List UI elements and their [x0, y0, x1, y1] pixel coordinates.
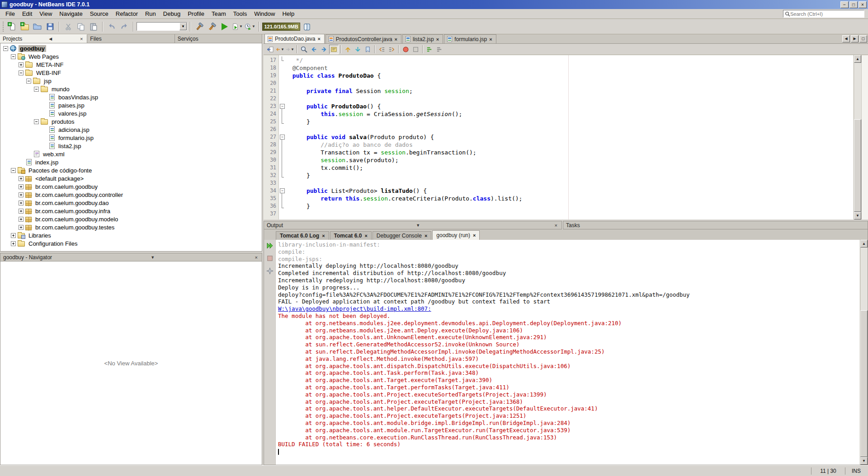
previous-bookmark-button[interactable] [343, 45, 353, 54]
tree-item-br-com-caelum-goodbuy-infra[interactable]: br.com.caelum.goodbuy.infra [0, 207, 262, 215]
tab-files[interactable]: Files [87, 34, 175, 43]
last-edit-location-button[interactable] [265, 45, 275, 54]
tree-item-valores-jsp[interactable]: valores.jsp [0, 109, 262, 117]
memory-indicator[interactable]: 121.0/165.9MB [262, 23, 300, 31]
toggle-highlight-button[interactable] [329, 45, 339, 54]
expand-icon[interactable] [19, 62, 24, 67]
menu-run[interactable]: Run [142, 9, 160, 18]
tree-item-web-inf[interactable]: WEB-INF [0, 69, 262, 77]
menu-view[interactable]: View [36, 9, 56, 18]
build-project-button[interactable] [193, 21, 205, 33]
collapse-icon[interactable] [3, 46, 8, 51]
save-all-button[interactable] [44, 21, 56, 33]
menu-source[interactable]: Source [86, 9, 112, 18]
dropdown-arrow-icon[interactable]: ▼ [252, 24, 255, 28]
maximize-editor-button[interactable]: ▢ [859, 35, 867, 42]
close-tab-icon[interactable]: × [425, 233, 427, 238]
toggle-bookmark-button[interactable] [363, 45, 373, 54]
expand-icon[interactable] [19, 192, 24, 197]
editor-tab-produtoscontroller-java[interactable]: ProdutosController.java× [326, 34, 401, 43]
output-tab-debugger-console[interactable]: Debugger Console× [373, 231, 432, 240]
scroll-up-icon[interactable]: ▲ [854, 55, 861, 63]
expand-icon[interactable] [19, 201, 24, 205]
output-header[interactable]: Output ▼ × [264, 221, 562, 229]
tree-item-default-package[interactable]: <default package> [0, 174, 262, 182]
menu-tools[interactable]: Tools [230, 9, 250, 18]
dropdown-arrow-icon[interactable]: ▼ [239, 24, 243, 28]
tree-item-lista2-jsp[interactable]: lista2.jsp [0, 142, 262, 150]
next-bookmark-button[interactable] [353, 45, 363, 54]
minimize-window-icon[interactable]: ▼ [415, 223, 421, 228]
tree-item-mundo[interactable]: mundo [0, 85, 262, 93]
output-link-line[interactable]: W:\java\goodbuy\nbproject\build-impl.xml… [278, 305, 860, 313]
shift-left-button[interactable] [377, 45, 387, 54]
tree-item-br-com-caelum-goodbuy[interactable]: br.com.caelum.goodbuy [0, 182, 262, 191]
tree-item-jsp[interactable]: jsp [0, 77, 262, 85]
output-vertical-scrollbar[interactable]: ▲ ▼ [860, 240, 868, 465]
fold-start-icon[interactable] [279, 187, 285, 195]
configuration-combobox[interactable]: ▼ [137, 22, 187, 31]
close-tab-icon[interactable]: × [436, 37, 439, 42]
scrollbar-track[interactable] [860, 247, 868, 457]
back-button[interactable]: ▼ [275, 45, 285, 54]
editor-tab-lista2-jsp[interactable]: lista2.jsp× [402, 34, 443, 43]
tree-item-web-pages[interactable]: Web Pages [0, 52, 262, 61]
expand-icon[interactable] [19, 217, 24, 222]
stop-build-button[interactable] [266, 254, 274, 262]
uncomment-button[interactable] [435, 45, 444, 54]
tree-item-index-jsp[interactable]: index.jsp [0, 158, 262, 166]
comment-button[interactable] [425, 45, 434, 54]
tree-item-adiciona-jsp[interactable]: adiciona.jsp [0, 126, 262, 134]
tree-item-meta-inf[interactable]: META-INF [0, 61, 262, 69]
ant-settings-button[interactable] [266, 267, 274, 275]
menu-team[interactable]: Team [208, 9, 230, 18]
find-next-button[interactable] [319, 45, 329, 54]
expand-icon[interactable] [19, 176, 24, 181]
undo-button[interactable] [106, 21, 118, 33]
expand-icon[interactable] [19, 209, 24, 214]
menu-navigate[interactable]: Navigate [56, 9, 86, 18]
expand-icon[interactable] [19, 184, 24, 189]
fold-start-icon[interactable] [279, 103, 285, 110]
maximize-button[interactable]: □ [849, 1, 858, 8]
scroll-up-icon[interactable]: ▲ [860, 240, 868, 247]
forward-button[interactable]: ▼ [285, 45, 295, 54]
tree-item-paises-jsp[interactable]: paises.jsp [0, 101, 262, 109]
output-tab-goodbuy-run[interactable]: goodbuy (run)× [432, 230, 480, 240]
start-macro-recording-button[interactable] [401, 45, 410, 54]
expand-icon[interactable] [11, 233, 16, 238]
menu-help[interactable]: Help [278, 9, 298, 18]
menu-window[interactable]: Window [250, 9, 278, 18]
rerun-button[interactable] [266, 242, 274, 250]
shift-right-button[interactable] [387, 45, 396, 54]
tab-projects[interactable]: Projects◀× [0, 34, 87, 43]
find-previous-button[interactable] [309, 45, 319, 54]
output-tab-tomcat-6-0[interactable]: Tomcat 6.0× [330, 231, 372, 240]
projects-tree[interactable]: goodbuyWeb PagesMETA-INFWEB-INFjspmundob… [0, 43, 262, 252]
close-tab-icon[interactable]: × [489, 37, 492, 42]
close-window-icon[interactable]: × [79, 36, 84, 42]
menu-refactor[interactable]: Refactor [112, 9, 142, 18]
search-box[interactable] [783, 10, 864, 18]
close-button[interactable]: × [859, 1, 867, 8]
collapse-icon[interactable] [34, 87, 39, 92]
error-stripe[interactable] [861, 55, 868, 219]
new-file-button[interactable]: + [6, 21, 18, 33]
navigator-header[interactable]: goodbuy - Navigator ▼ × [0, 253, 262, 261]
copy-button[interactable] [75, 21, 87, 33]
run-project-button[interactable] [219, 21, 231, 33]
tree-item-libraries[interactable]: Libraries [0, 231, 262, 239]
menu-edit[interactable]: Edit [19, 9, 36, 18]
scrollbar-thumb[interactable] [854, 119, 861, 212]
collapse-icon[interactable] [11, 54, 16, 59]
clean-build-project-button[interactable] [206, 21, 218, 33]
output-tab-tomcat-6-0-log[interactable]: Tomcat 6.0 Log× [276, 231, 329, 240]
editor-vertical-scrollbar[interactable]: ▲ ▼ [854, 55, 861, 219]
code-editor[interactable]: */ @Component public class ProdutoDao { … [279, 55, 854, 219]
tree-item-produtos[interactable]: produtos [0, 117, 262, 126]
scrollbar-thumb[interactable] [860, 310, 868, 457]
close-tab-icon[interactable]: × [473, 233, 476, 238]
open-project-button[interactable] [32, 21, 43, 33]
combobox-arrow-icon[interactable]: ▼ [179, 23, 187, 30]
tab-servi-os[interactable]: Serviços [175, 34, 262, 43]
